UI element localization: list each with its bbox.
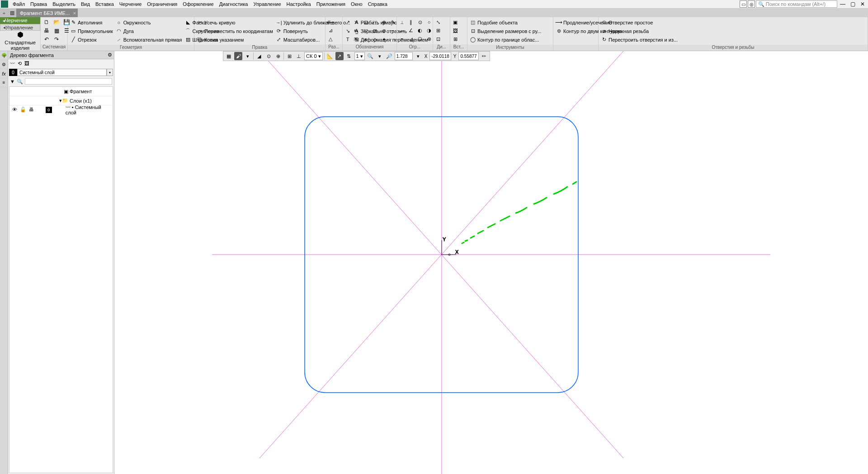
con-icon[interactable]: ∠ xyxy=(407,27,415,35)
annot-icon[interactable]: A xyxy=(353,18,361,26)
drawing-canvas[interactable]: X Y ▦ 🖌 ▾ ◢ ⊙ ⊕ ⊞ ⊥ СК 0 ▾ 📐 ↗ ⇅ 1 ▾ 🔍 ▾ xyxy=(114,51,868,474)
diag-icon[interactable]: ⤡ xyxy=(434,18,442,26)
tree-root[interactable]: ▣ Фрагмент xyxy=(9,87,113,96)
grid2-icon[interactable]: ⊞ xyxy=(285,52,293,60)
ribbon-tab-drawing[interactable]: ◂ Черчение xyxy=(0,17,40,24)
new-icon[interactable]: 🗋 xyxy=(42,18,51,26)
menu-diagnostic[interactable]: Диагностика xyxy=(217,0,251,8)
preview-icon[interactable]: ▦ xyxy=(52,27,61,35)
annot-icon[interactable]: ⊡ xyxy=(362,18,370,26)
undo-icon[interactable]: ↶ xyxy=(42,35,51,43)
con-icon[interactable]: ∥ xyxy=(407,18,415,26)
menu-file[interactable]: Файл xyxy=(10,0,28,8)
x-value[interactable]: -29.0118 xyxy=(429,52,451,60)
menu-settings[interactable]: Настройка xyxy=(284,0,314,8)
tree-search[interactable] xyxy=(25,78,112,85)
con-icon[interactable]: ⟂ xyxy=(398,18,406,26)
snap-icon[interactable]: ◢ xyxy=(255,52,263,60)
annot-icon[interactable]: ⊕ xyxy=(380,18,388,26)
annot-icon[interactable]: ↗ xyxy=(344,18,352,26)
vtab-params[interactable]: ⚙ xyxy=(0,60,8,69)
copy-button[interactable]: ⿻Копия указанием xyxy=(195,35,274,44)
annot-icon[interactable]: ⋯ xyxy=(389,35,397,43)
step-icon[interactable]: ⇅ xyxy=(345,52,353,60)
target-icon[interactable]: ◎ xyxy=(748,0,755,8)
step-dropdown[interactable]: 1 ▾ xyxy=(354,52,365,60)
trim-button[interactable]: ✂Усечь кривую xyxy=(195,18,274,27)
con-icon[interactable]: ◐ xyxy=(416,27,424,35)
annot-icon[interactable]: ⊘ xyxy=(380,27,388,35)
vtab-list[interactable]: ≡ xyxy=(0,78,8,87)
menu-help[interactable]: Справка xyxy=(365,0,390,8)
con-icon[interactable]: ⊿ xyxy=(407,35,415,43)
segment-button[interactable]: ╱Отрезок xyxy=(69,35,114,44)
rebuild-button[interactable]: ↻Перестроить отверстия и из... xyxy=(599,35,679,44)
rectangle-button[interactable]: ▭Прямоугольник xyxy=(69,27,114,35)
con-icon[interactable]: ◑ xyxy=(425,27,433,35)
annot-icon[interactable]: T xyxy=(344,35,352,43)
menu-window[interactable]: Окно xyxy=(348,0,365,8)
menu-drawing[interactable]: Черчение xyxy=(117,0,145,8)
zoomfit-icon[interactable]: 🔍 xyxy=(366,52,374,60)
move-button[interactable]: ⇢Переместить по координатам xyxy=(195,27,274,35)
snap2-icon[interactable]: ⊙ xyxy=(264,52,273,60)
dropdown-icon[interactable]: ▾ xyxy=(244,52,252,60)
diag-icon[interactable]: ⊡ xyxy=(434,35,442,43)
menu-constraints[interactable]: Ограничения xyxy=(144,0,180,8)
eye-icon[interactable]: 👁 xyxy=(12,107,17,113)
con-icon[interactable]: ⊗ xyxy=(425,35,433,43)
seldim-button[interactable]: ⊡Выделение размеров с ру... xyxy=(468,27,542,35)
con-icon[interactable]: ○ xyxy=(425,18,433,26)
dropdown-icon[interactable]: ▾ xyxy=(414,52,422,60)
layout-icon[interactable]: ▭ xyxy=(740,0,747,8)
zoom-value[interactable]: 1.728 xyxy=(395,52,413,60)
con-icon[interactable]: ⬡ xyxy=(416,35,424,43)
filter-icon[interactable]: ▼ xyxy=(10,79,15,84)
autoline-button[interactable]: ✎Автолиния xyxy=(69,18,114,27)
open-icon[interactable]: 📂 xyxy=(52,18,61,26)
maximize-button[interactable]: ▢ xyxy=(848,0,857,8)
standard-parts-button[interactable]: ⬢ Стандартные изделия xyxy=(0,31,40,51)
gear-icon[interactable]: ⚙ xyxy=(108,52,112,58)
annot-icon[interactable]: ↘ xyxy=(344,27,352,35)
close-button[interactable]: ✕ xyxy=(858,0,867,8)
dim2-icon[interactable]: ⊿ xyxy=(326,27,335,35)
zoom-icon[interactable]: 🔎 xyxy=(385,52,393,60)
annot-icon[interactable]: ▽ xyxy=(362,27,370,35)
offset-button[interactable]: ◫Подобие объекта xyxy=(468,18,542,27)
ins-icon[interactable]: ⊞ xyxy=(451,35,459,43)
menu-select[interactable]: Выделить xyxy=(50,0,78,8)
grid-icon[interactable]: ▦ xyxy=(225,52,233,60)
con-icon[interactable]: — xyxy=(398,27,406,35)
ins-icon[interactable]: 🖼 xyxy=(451,27,459,35)
layer-selector[interactable]: 0 Системный слой ▾ xyxy=(9,68,113,76)
track-icon[interactable]: ↗ xyxy=(335,52,344,60)
ins-icon[interactable]: ▣ xyxy=(451,18,459,26)
tab-close-icon[interactable]: × xyxy=(73,10,76,16)
menu-insert[interactable]: Вставка xyxy=(93,0,117,8)
tool-icon[interactable]: ⟲ xyxy=(18,61,22,66)
menu-apps[interactable]: Приложения xyxy=(314,0,348,8)
ortho-icon[interactable]: ⊥ xyxy=(295,52,303,60)
vtab-tree[interactable]: 🌳 xyxy=(0,51,8,60)
menu-manage[interactable]: Управление xyxy=(250,0,283,8)
cs-dropdown[interactable]: СК 0 ▾ xyxy=(304,52,323,60)
menu-format[interactable]: Оформление xyxy=(180,0,216,8)
redo-icon[interactable]: ↷ xyxy=(52,35,61,43)
menu-view[interactable]: Вид xyxy=(78,0,93,8)
dim3-icon[interactable]: △ xyxy=(326,35,335,43)
command-search[interactable]: 🔍 Поиск по командам (Alt+/) xyxy=(756,0,837,8)
diag-icon[interactable]: ⊞ xyxy=(434,27,442,35)
auxline-button[interactable]: ⟋Вспомогательная прямая xyxy=(114,35,184,44)
print-icon[interactable]: 🖶 xyxy=(42,27,51,35)
ortho2-icon[interactable]: 📐 xyxy=(326,52,334,60)
annot-icon[interactable]: ⊞ xyxy=(353,35,361,43)
dim1-icon[interactable]: ⟷ xyxy=(326,18,335,26)
thread-button[interactable]: ⌀Наружная резьба xyxy=(599,27,679,35)
menu-edit[interactable]: Правка xyxy=(28,0,50,8)
picker-icon[interactable]: ✏ xyxy=(480,52,488,60)
dropdown-icon[interactable]: ▾ xyxy=(376,52,384,60)
tool-icon[interactable]: 🖼 xyxy=(24,61,29,66)
document-tab[interactable]: Фрагмент БЕЗ ИМЕ... × xyxy=(16,9,78,17)
tool-icon[interactable]: 〰 xyxy=(10,61,15,66)
